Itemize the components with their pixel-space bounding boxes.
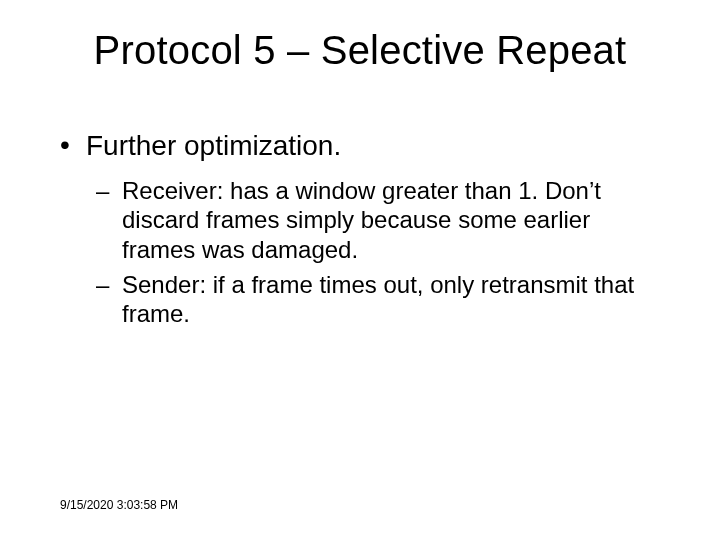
bullet-level2: – Sender: if a frame times out, only ret… [96,270,660,329]
dash-marker: – [96,270,109,299]
slide-body: • Further optimization. – Receiver: has … [60,130,660,334]
bullet-text: Sender: if a frame times out, only retra… [122,271,634,327]
slide-title: Protocol 5 – Selective Repeat [0,28,720,73]
bullet-text: Receiver: has a window greater than 1. D… [122,177,601,263]
bullet-level1: • Further optimization. [60,130,660,162]
footer-timestamp: 9/15/2020 3:03:58 PM [60,498,178,512]
dash-marker: – [96,176,109,205]
bullet-text: Further optimization. [86,130,341,161]
bullet-level2: – Receiver: has a window greater than 1.… [96,176,660,264]
bullet-marker: • [60,130,70,161]
slide: Protocol 5 – Selective Repeat • Further … [0,0,720,540]
